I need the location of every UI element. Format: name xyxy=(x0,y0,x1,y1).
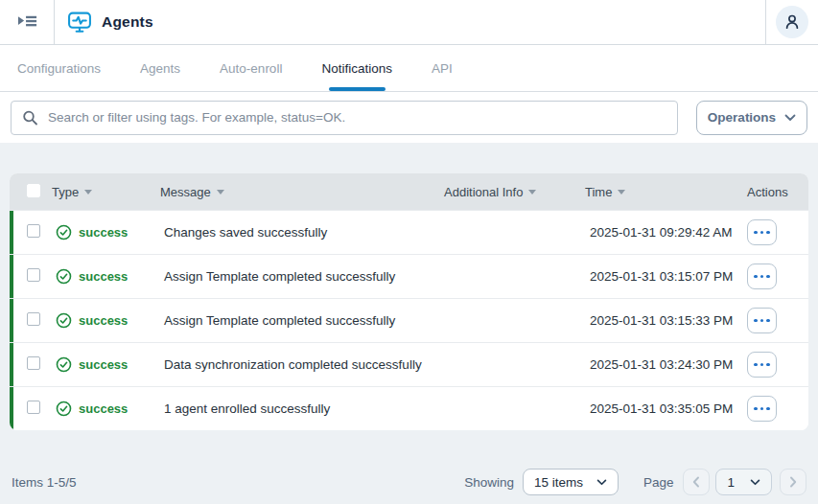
ellipsis-icon xyxy=(754,407,758,411)
table-row: success Data synchronization completed s… xyxy=(10,342,808,386)
page-title: Agents xyxy=(102,13,153,31)
notifications-content: Type Message Additional Info Time Action… xyxy=(0,143,818,504)
sidebar-toggle-button[interactable] xyxy=(0,0,55,44)
pagination-controls: Showing 15 items Page 1 xyxy=(464,469,806,495)
prev-page-button[interactable] xyxy=(683,469,710,495)
success-check-icon xyxy=(56,401,72,417)
page-label: Page xyxy=(643,475,674,490)
ellipsis-icon xyxy=(754,319,758,323)
table-row: success 1 agent enrolled successfully 20… xyxy=(10,386,808,430)
operations-button[interactable]: Operations xyxy=(696,101,807,135)
time-cell: 2025-01-31 03:35:05 PM xyxy=(585,401,740,416)
chevron-left-icon xyxy=(692,476,700,488)
tab-api[interactable]: API xyxy=(430,45,455,91)
status-badge: success xyxy=(79,269,128,284)
status-badge: success xyxy=(79,225,128,240)
success-check-icon xyxy=(56,356,72,373)
header-cell-type[interactable]: Type xyxy=(52,185,160,199)
chevron-down-icon xyxy=(596,479,607,486)
header-cell-additional-info[interactable]: Additional Info xyxy=(444,185,585,199)
chevron-down-icon xyxy=(784,114,796,122)
ellipsis-icon xyxy=(754,231,758,235)
search-input-wrapper xyxy=(11,101,678,135)
type-cell: success xyxy=(52,401,160,417)
row-actions-button[interactable] xyxy=(747,308,777,333)
tab-agents[interactable]: Agents xyxy=(138,45,182,91)
sort-arrow-icon xyxy=(84,190,92,195)
ellipsis-icon xyxy=(754,363,758,367)
row-checkbox[interactable] xyxy=(27,224,40,238)
ellipsis-icon xyxy=(754,275,758,279)
status-badge: success xyxy=(79,313,128,328)
chevron-down-icon xyxy=(750,479,760,486)
tab-auto-enroll[interactable]: Auto-enroll xyxy=(218,45,284,91)
showing-label: Showing xyxy=(464,475,514,490)
agents-monitor-icon xyxy=(67,10,92,34)
type-cell: success xyxy=(52,356,160,373)
next-page-button[interactable] xyxy=(780,469,806,495)
type-cell: success xyxy=(52,224,160,241)
topbar-title-area: Agents xyxy=(55,0,765,44)
success-check-icon xyxy=(56,268,72,285)
row-checkbox[interactable] xyxy=(27,312,40,326)
notifications-table: Type Message Additional Info Time Action… xyxy=(10,173,808,430)
header-cell-select xyxy=(10,184,52,200)
filter-toolbar: Operations xyxy=(0,92,818,143)
row-checkbox[interactable] xyxy=(27,356,40,370)
row-actions-button[interactable] xyxy=(747,352,777,378)
message-cell: Assign Template completed successfully xyxy=(160,313,444,328)
success-check-icon xyxy=(56,312,72,329)
time-cell: 2025-01-31 03:24:30 PM xyxy=(585,357,740,372)
sort-arrow-icon xyxy=(217,190,224,195)
success-check-icon xyxy=(56,224,72,241)
header-cell-message[interactable]: Message xyxy=(160,185,444,199)
table-footer: Items 1-5/5 Showing 15 items Page 1 xyxy=(10,469,808,495)
row-checkbox[interactable] xyxy=(27,401,40,414)
operations-label: Operations xyxy=(708,110,776,125)
row-actions-button[interactable] xyxy=(747,396,777,422)
type-cell: success xyxy=(52,312,160,329)
table-row: success Assign Template completed succes… xyxy=(10,254,808,298)
items-count: Items 1-5/5 xyxy=(12,475,77,490)
page-size-select[interactable]: 15 items xyxy=(523,469,619,495)
table-row: success Changes saved successfully 2025-… xyxy=(10,210,808,254)
table-header-row: Type Message Additional Info Time Action… xyxy=(10,173,808,210)
time-cell: 2025-01-31 03:15:07 PM xyxy=(585,269,740,284)
message-cell: 1 agent enrolled successfully xyxy=(160,401,444,416)
user-avatar-button[interactable] xyxy=(776,6,808,38)
message-cell: Data synchronization completed successfu… xyxy=(160,357,444,372)
message-cell: Changes saved successfully xyxy=(160,225,444,240)
chevron-right-icon xyxy=(789,476,797,488)
message-cell: Assign Template completed successfully xyxy=(160,269,444,284)
tab-notifications[interactable]: Notifications xyxy=(319,45,394,91)
status-badge: success xyxy=(79,357,128,372)
person-icon xyxy=(783,12,802,32)
row-actions-button[interactable] xyxy=(747,219,777,245)
menu-open-icon xyxy=(16,11,38,34)
time-cell: 2025-01-31 09:29:42 AM xyxy=(585,225,740,240)
agents-app: Agents Configurations Agents Auto-enroll… xyxy=(0,0,818,504)
sort-arrow-icon xyxy=(528,190,536,195)
status-badge: success xyxy=(79,401,128,416)
sort-arrow-icon xyxy=(618,190,625,195)
page-number-select[interactable]: 1 xyxy=(715,469,772,495)
select-all-checkbox[interactable] xyxy=(27,184,40,197)
tab-configurations[interactable]: Configurations xyxy=(15,45,103,91)
header-cell-actions: Actions xyxy=(740,185,808,199)
topbar-user-area xyxy=(765,0,818,44)
row-actions-button[interactable] xyxy=(747,263,777,289)
row-checkbox[interactable] xyxy=(27,268,40,282)
search-input[interactable] xyxy=(11,101,678,135)
table-row: success Assign Template completed succes… xyxy=(10,298,808,342)
tab-bar: Configurations Agents Auto-enroll Notifi… xyxy=(0,45,818,92)
header-cell-time[interactable]: Time xyxy=(585,185,740,199)
time-cell: 2025-01-31 03:15:33 PM xyxy=(585,313,740,328)
search-icon xyxy=(22,109,38,126)
type-cell: success xyxy=(52,268,160,285)
topbar: Agents xyxy=(0,0,818,45)
